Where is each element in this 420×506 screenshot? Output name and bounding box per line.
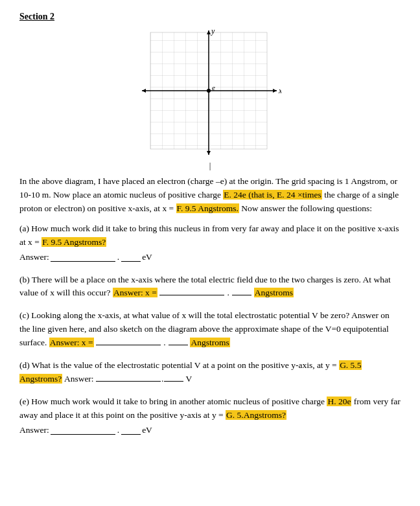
answer-e-label: Answer: [19,424,49,437]
cursor-indicator: | [19,161,401,170]
question-d-text: (d) What is the value of the electrostat… [19,359,401,386]
highlight-charge: E. 24e (that is, E. 24 ×times [223,190,321,200]
answer-d-decimal[interactable] [164,373,183,382]
question-d-label: (d) What is the value of the electrostat… [19,360,339,370]
question-e-text: (e) How much work would it take to bring… [19,395,401,422]
svg-point-9 [207,89,211,93]
question-a: (a) How much work did it take to bring t… [19,222,401,264]
answer-a-blank[interactable] [51,253,115,262]
answer-d-unit: V [183,374,192,384]
answer-c-blank[interactable] [96,336,161,345]
coordinate-graph: x y e [139,29,281,158]
intro-text3: Now answer the following questions: [239,203,372,213]
answer-b-decimal[interactable] [232,286,251,295]
svg-marker-2 [273,89,277,93]
answer-d-blank[interactable] [96,373,161,382]
highlight-e2: G. 5.Angstroms? [226,410,286,420]
answer-b-dot: . [228,288,229,297]
svg-marker-6 [207,151,211,155]
answer-d-dot: . [161,374,163,384]
question-d: (d) What is the value of the electrostat… [19,359,401,386]
answer-e-dot: . [117,424,119,437]
answer-b-blank[interactable] [159,286,224,295]
svg-text:x: x [278,86,281,95]
answer-a-decimal[interactable] [121,253,141,262]
question-b-text: (b) There will be a place on the x-axis … [19,273,401,301]
question-e-answer: Answer: . eV [19,424,401,437]
answer-e-blank[interactable] [51,426,115,435]
question-c: (c) Looking along the x-axis, at what va… [19,309,401,350]
grid-container: x y e [139,29,281,158]
answer-c-dot: . [163,338,165,347]
section-title: Section 2 [19,12,401,22]
highlight-e1: H. 20e [327,397,351,406]
answer-a-dot: . [117,251,119,264]
answer-e-unit: eV [142,424,152,437]
answer-b-label: Answer: x = [113,288,158,297]
question-e: (e) How much work would it take to bring… [19,395,401,437]
answer-c-label: Answer: x = [49,338,94,347]
highlight-position: F. 9.5 Angstroms. [176,203,239,213]
question-e-label: (e) How much work would it take to bring… [19,397,327,406]
highlight-a: F. 9.5 Angstroms? [41,237,106,247]
svg-text:y: y [211,29,215,36]
answer-a-label: Answer: [19,251,49,264]
answer-d-label: Answer: [62,374,96,384]
question-b: (b) There will be a place on the x-axis … [19,273,401,301]
question-c-text: (c) Looking along the x-axis, at what va… [19,309,401,350]
svg-marker-3 [142,89,146,93]
intro-paragraph: In the above diagram, I have placed an e… [19,175,401,216]
answer-c-unit: Angstroms [190,338,229,347]
question-a-text: (a) How much work did it take to bring t… [19,222,401,249]
answer-a-unit: eV [142,251,152,264]
answer-c-decimal[interactable] [169,336,188,345]
svg-text:e: e [212,84,215,91]
answer-b-unit: Angstroms [254,288,294,297]
question-a-answer: Answer: . eV [19,251,401,264]
graph-area: x y e [19,29,401,158]
answer-e-decimal[interactable] [121,426,141,435]
